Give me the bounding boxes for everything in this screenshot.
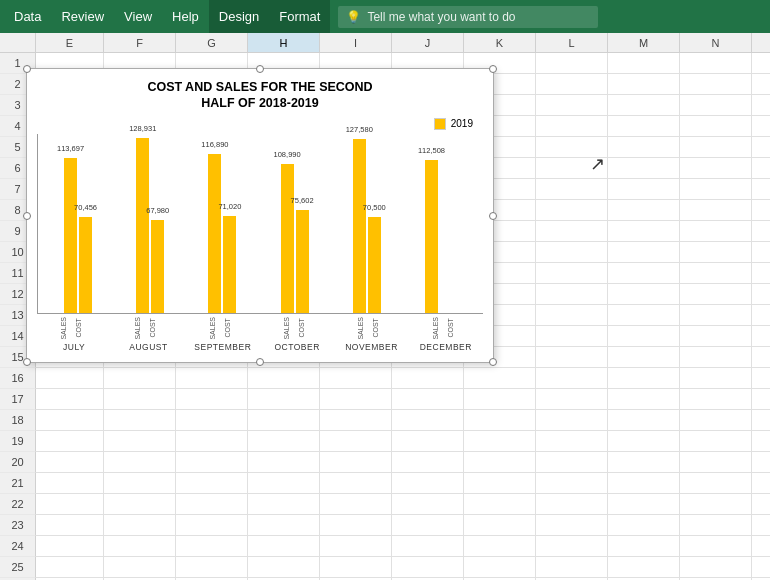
grid-cell[interactable] [752,410,770,431]
grid-cell[interactable] [320,452,392,473]
grid-cell[interactable] [536,326,608,347]
grid-cell[interactable] [36,515,104,536]
grid-cell[interactable] [608,179,680,200]
grid-cell[interactable] [680,305,752,326]
grid-cell[interactable] [36,494,104,515]
grid-cell[interactable] [680,116,752,137]
grid-cell[interactable] [752,284,770,305]
grid-cell[interactable] [752,389,770,410]
grid-cell[interactable] [608,116,680,137]
grid-cell[interactable] [752,179,770,200]
grid-cell[interactable] [608,263,680,284]
grid-cell[interactable] [536,389,608,410]
grid-cell[interactable] [752,221,770,242]
col-header-h[interactable]: H [248,33,320,52]
grid-cell[interactable] [536,494,608,515]
grid-cell[interactable] [464,368,536,389]
grid-cell[interactable] [752,431,770,452]
grid-cell[interactable] [680,368,752,389]
grid-cell[interactable] [752,74,770,95]
grid-cell[interactable] [752,95,770,116]
grid-cell[interactable] [608,221,680,242]
grid-cell[interactable] [608,242,680,263]
grid-cell[interactable] [752,116,770,137]
chart-bar[interactable]: 75,602 [296,210,309,313]
grid-cell[interactable] [608,95,680,116]
grid-cell[interactable] [176,473,248,494]
grid-cell[interactable] [320,473,392,494]
grid-cell[interactable] [752,158,770,179]
chart-container[interactable]: COST AND SALES FOR THE SECOND HALF OF 20… [26,68,494,363]
grid-cell[interactable] [536,221,608,242]
grid-cell[interactable] [536,431,608,452]
grid-cell[interactable] [752,326,770,347]
chart-bar[interactable]: 70,456 [79,217,92,313]
grid-cell[interactable] [536,263,608,284]
col-header-l[interactable]: L [536,33,608,52]
grid-cell[interactable] [104,431,176,452]
grid-cell[interactable] [608,452,680,473]
grid-cell[interactable] [752,452,770,473]
grid-cell[interactable] [608,158,680,179]
search-box[interactable]: 💡 Tell me what you want to do [338,6,598,28]
grid-cell[interactable] [464,515,536,536]
grid-cell[interactable] [36,410,104,431]
grid-cell[interactable] [608,368,680,389]
grid-cell[interactable] [536,53,608,74]
grid-cell[interactable] [36,389,104,410]
grid-cell[interactable] [392,515,464,536]
grid-cell[interactable] [392,557,464,578]
col-header-e[interactable]: E [36,33,104,52]
grid-cell[interactable] [680,452,752,473]
grid-cell[interactable] [392,536,464,557]
grid-cell[interactable] [680,515,752,536]
handle-bl[interactable] [23,358,31,366]
grid-cell[interactable] [752,305,770,326]
handle-tc[interactable] [256,65,264,73]
grid-cell[interactable] [536,536,608,557]
grid-cell[interactable] [392,410,464,431]
grid-cell[interactable] [104,389,176,410]
grid-cell[interactable] [320,557,392,578]
col-header-n[interactable]: N [680,33,752,52]
grid-cell[interactable] [536,473,608,494]
grid-cell[interactable] [608,557,680,578]
grid-cell[interactable] [608,536,680,557]
grid-cell[interactable] [536,158,608,179]
grid-cell[interactable] [464,410,536,431]
chart-bar[interactable]: 67,980 [151,220,164,313]
grid-cell[interactable] [608,326,680,347]
grid-cell[interactable] [248,515,320,536]
grid-cell[interactable] [536,347,608,368]
grid-cell[interactable] [464,452,536,473]
col-header-o[interactable]: O [752,33,770,52]
grid-cell[interactable] [608,515,680,536]
grid-cell[interactable] [320,410,392,431]
grid-cell[interactable] [104,515,176,536]
menu-design[interactable]: Design [209,0,269,33]
grid-cell[interactable] [680,242,752,263]
grid-cell[interactable] [464,494,536,515]
col-header-i[interactable]: I [320,33,392,52]
grid-cell[interactable] [536,242,608,263]
grid-cell[interactable] [248,473,320,494]
chart-bar[interactable]: 128,931 [136,138,149,313]
grid-cell[interactable] [752,473,770,494]
grid-cell[interactable] [608,137,680,158]
grid-cell[interactable] [464,389,536,410]
grid-cell[interactable] [248,557,320,578]
grid-cell[interactable] [680,263,752,284]
grid-cell[interactable] [680,74,752,95]
grid-cell[interactable] [680,326,752,347]
grid-cell[interactable] [608,431,680,452]
grid-cell[interactable] [536,116,608,137]
col-header-j[interactable]: J [392,33,464,52]
grid-cell[interactable] [680,473,752,494]
menu-help[interactable]: Help [162,0,209,33]
chart-bar[interactable]: 70,500 [368,217,381,313]
grid-cell[interactable] [248,368,320,389]
grid-cell[interactable] [536,95,608,116]
grid-cell[interactable] [680,347,752,368]
grid-cell[interactable] [752,536,770,557]
grid-cell[interactable] [608,74,680,95]
